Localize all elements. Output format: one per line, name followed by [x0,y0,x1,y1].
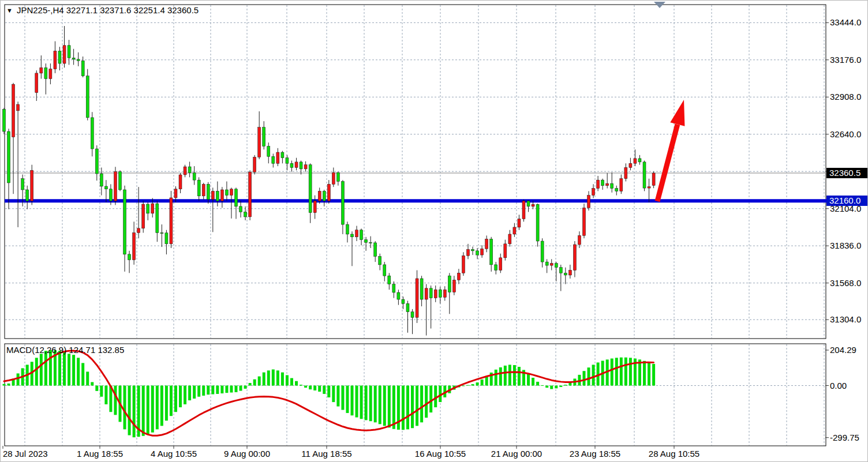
chart-canvas[interactable] [1,1,868,462]
price-axis-label: 32104.0 [830,204,861,213]
bear-candle [490,239,493,265]
bear-candle [44,67,47,78]
macd-bar [545,386,548,388]
macd-bar [559,386,562,387]
macd-bar [564,385,567,386]
macd-bar [165,386,168,421]
bear-candle [128,254,131,260]
axis-ticks [3,22,829,449]
macd-bar [643,361,646,386]
bull-candle [624,167,627,178]
bull-candle [462,256,465,273]
macd-bar [323,386,326,394]
bull-candle [31,170,33,201]
bull-candle [532,204,534,206]
bear-candle [341,182,344,225]
bear-candle [147,204,149,213]
macd-bar [128,386,131,435]
macd-bar [263,373,265,386]
macd-bar [550,386,553,389]
macd-bar [216,386,219,394]
bear-candle [476,251,479,255]
bear-candle [379,256,381,264]
current-price-badge: 32360.5 [826,168,868,178]
price-axis-label: 31568.0 [830,279,861,288]
macd-bar [592,365,595,385]
macd-bar [44,351,47,385]
macd-bar [147,386,149,435]
bull-candle [356,230,358,237]
macd-bar [406,386,409,430]
bear-candle [472,249,474,250]
bear-candle [643,162,646,188]
macd-bar [392,386,395,429]
macd-bar [356,386,358,418]
bull-candle [518,219,521,227]
bull-candle [583,208,586,235]
time-axis-label: 28 Jul 2023 [3,449,48,459]
bear-candle [156,204,159,233]
macd-bar [281,373,284,386]
bear-candle [91,118,93,149]
bull-candle [332,172,335,184]
time-axis-label: 9 Aug 00:00 [224,449,270,459]
bear-candle [601,180,604,186]
bear-candle [81,61,84,76]
macd-bar [124,386,126,430]
bear-candle [360,230,363,240]
macd-bar [304,386,307,388]
macd-axis-label: 204.29 [830,345,856,355]
macd-bar [624,358,627,386]
macd-bar [193,386,196,399]
bear-candle [397,292,400,299]
bear-candle [448,276,451,292]
macd-bar [541,385,544,386]
macd-bar [77,358,80,385]
bear-candle [286,158,289,164]
macd-bar [369,386,372,422]
bear-candle [411,312,414,318]
macd-bar [420,386,423,423]
symbol-ohlc-title: JPN225-,H4 32271.1 32371.6 32251.4 32360… [17,5,199,15]
macd-bar [104,386,107,405]
bear-candle [77,59,80,61]
bull-candle [304,165,307,169]
symbol-dropdown-icon[interactable]: ▼ [6,7,13,14]
macd-bar [360,386,363,419]
macd-bar [388,386,391,428]
macd-bar [300,385,302,386]
bull-candle [327,184,330,201]
bull-candle [425,288,428,299]
bear-candle [365,240,368,243]
macd-indicator-label: MACD(12,26,9) 124.71 132.85 [6,345,124,355]
bull-candle [202,184,205,196]
bull-candle [170,198,173,244]
bull-candle [592,189,595,196]
macd-bar [8,384,10,386]
bear-candle [188,167,191,173]
bull-candle [522,201,525,219]
bear-candle [402,299,405,303]
macd-bar [225,386,228,393]
trend-arrow-head[interactable] [670,100,684,126]
macd-bar [583,371,586,385]
bear-candle [323,191,326,201]
macd-bar [476,382,479,385]
bear-candle [235,189,238,206]
bear-candle [240,206,242,212]
bear-candle [95,149,98,174]
macd-bar [425,386,428,418]
bull-candle [457,273,460,280]
time-axis-label: 21 Aug 00:00 [491,449,542,459]
bull-candle [174,189,177,198]
bear-candle [197,180,200,196]
bear-candle [541,241,544,262]
bull-candle [35,73,38,93]
bear-candle [439,290,442,297]
bear-candle [429,288,432,298]
macd-histogram [3,350,656,437]
bear-candle [559,268,562,273]
trend-arrow-shaft[interactable] [657,125,678,201]
macd-bar [332,386,335,403]
bear-candle [309,165,312,213]
